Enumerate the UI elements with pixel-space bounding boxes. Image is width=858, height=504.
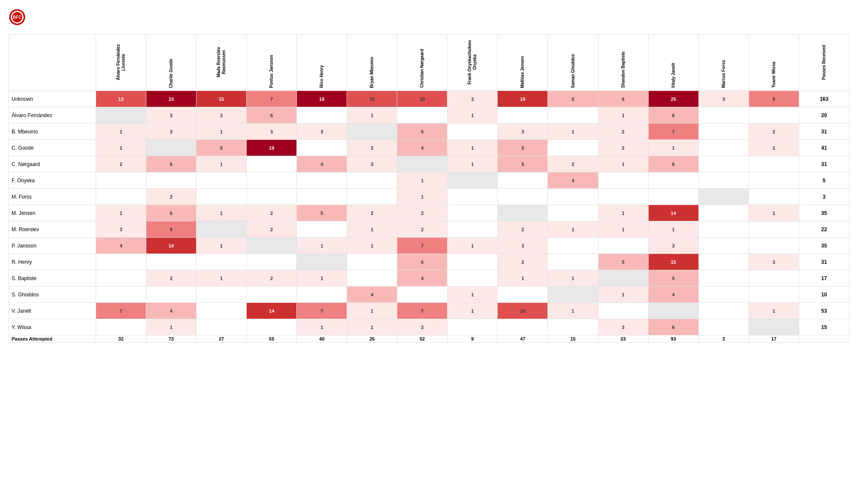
cell-3-5: 2	[347, 140, 397, 156]
row-label-8: M. Roerslev	[9, 221, 96, 238]
row-label-12: S. Ghoddos	[9, 287, 96, 303]
cell-1-5: 1	[347, 107, 397, 124]
cell-7-1: 6	[146, 205, 196, 221]
cell-1-1: 3	[146, 107, 196, 124]
footer-cell-11: 93	[648, 335, 698, 343]
cell-7-7	[447, 205, 498, 221]
cell-2-7	[447, 124, 498, 140]
cell-3-6: 4	[397, 140, 447, 156]
col-header-1: Charlie Goode	[146, 35, 196, 91]
cell-14-11: 6	[648, 319, 698, 335]
cell-3-1	[146, 140, 196, 156]
passes-received-12: 10	[799, 287, 849, 303]
table-row: Y. Wissa11133615	[9, 319, 849, 335]
cell-10-13: 3	[749, 254, 799, 270]
cell-10-9	[548, 254, 598, 270]
cell-10-11: 15	[648, 254, 698, 270]
row-label-1: Álvaro Fernández	[9, 107, 96, 124]
cell-2-8: 3	[498, 124, 548, 140]
cell-2-4: 3	[297, 124, 347, 140]
cell-8-1: 9	[146, 221, 196, 238]
cell-11-12	[698, 270, 749, 287]
table-row: S. Baptiste2121411517	[9, 270, 849, 287]
row-label-2: B. Mbeumo	[9, 124, 96, 140]
passes-received-2: 31	[799, 124, 849, 140]
cell-5-11	[648, 172, 698, 189]
cell-8-0: 3	[96, 221, 146, 238]
cell-1-13	[749, 107, 799, 124]
cell-8-7	[447, 221, 498, 238]
cell-5-12	[698, 172, 749, 189]
cell-8-9: 1	[548, 221, 598, 238]
cell-5-8	[498, 172, 548, 189]
table-row: B. Mbeumo1313353127231	[9, 124, 849, 140]
passes-received-13: 53	[799, 303, 849, 319]
cell-13-10	[598, 303, 648, 319]
cell-0-1: 23	[146, 91, 196, 107]
passes-received-1: 20	[799, 107, 849, 124]
cell-13-4: 7	[297, 303, 347, 319]
cell-14-12	[698, 319, 749, 335]
table-row: M. Jensen1612522114135	[9, 205, 849, 221]
cell-7-5: 2	[347, 205, 397, 221]
passes-received-3: 41	[799, 140, 849, 156]
cell-0-7: 3	[447, 91, 498, 107]
cell-1-4	[297, 107, 347, 124]
cell-13-8: 10	[498, 303, 548, 319]
cell-5-6: 1	[397, 172, 447, 189]
cell-6-13	[749, 189, 799, 205]
cell-0-10: 6	[598, 91, 648, 107]
cell-14-2	[196, 319, 247, 335]
cell-11-9: 1	[548, 270, 598, 287]
cell-9-12	[698, 238, 749, 254]
passes-received-9: 35	[799, 238, 849, 254]
cell-0-5: 10	[347, 91, 397, 107]
cell-4-4: 4	[297, 156, 347, 172]
cell-6-1: 2	[146, 189, 196, 205]
cell-6-11	[648, 189, 698, 205]
passes-received-5: 5	[799, 172, 849, 189]
cell-10-2	[196, 254, 247, 270]
cell-3-8: 5	[498, 140, 548, 156]
cell-0-2: 15	[196, 91, 247, 107]
cell-6-12	[698, 189, 749, 205]
cell-14-6: 3	[397, 319, 447, 335]
cell-11-2: 1	[196, 270, 247, 287]
cell-2-11: 7	[648, 124, 698, 140]
passes-received-0: 163	[799, 91, 849, 107]
cell-12-10: 1	[598, 287, 648, 303]
cell-5-0	[96, 172, 146, 189]
table-row: P. Jansson414111713335	[9, 238, 849, 254]
footer-cell-6: 52	[397, 335, 447, 343]
col-header-9: Saman Ghoddos	[548, 35, 598, 91]
passes-received-6: 3	[799, 189, 849, 205]
footer-row: Passes Attempted327327554026529471523933…	[9, 335, 849, 343]
brentford-logo: BFC	[9, 9, 26, 26]
row-label-5: F. Onyeka	[9, 172, 96, 189]
cell-8-5: 1	[347, 221, 397, 238]
cell-9-5: 1	[347, 238, 397, 254]
cell-11-5	[347, 270, 397, 287]
footer-label: Passes Attempted	[9, 335, 96, 343]
cell-2-10: 2	[598, 124, 648, 140]
cell-3-10: 2	[598, 140, 648, 156]
footer-cell-9: 15	[548, 335, 598, 343]
passes-received-header: Passes Received	[799, 35, 849, 91]
cell-6-10	[598, 189, 648, 205]
col-header-7: Frank Onyekachukwu Onyeka	[447, 35, 498, 91]
cell-1-8	[498, 107, 548, 124]
cell-13-7: 1	[447, 303, 498, 319]
cell-4-1: 6	[146, 156, 196, 172]
cell-13-6: 7	[397, 303, 447, 319]
cell-6-0	[96, 189, 146, 205]
cell-5-5	[347, 172, 397, 189]
col-header-11: Vitaly Janelt	[648, 35, 698, 91]
passes-received-7: 35	[799, 205, 849, 221]
cell-12-13	[749, 287, 799, 303]
cell-12-9	[548, 287, 598, 303]
cell-7-10: 1	[598, 205, 648, 221]
cell-6-6: 1	[397, 189, 447, 205]
cell-2-6: 5	[397, 124, 447, 140]
cell-13-12	[698, 303, 749, 319]
col-header-6: Christian Nørgaard	[397, 35, 447, 91]
